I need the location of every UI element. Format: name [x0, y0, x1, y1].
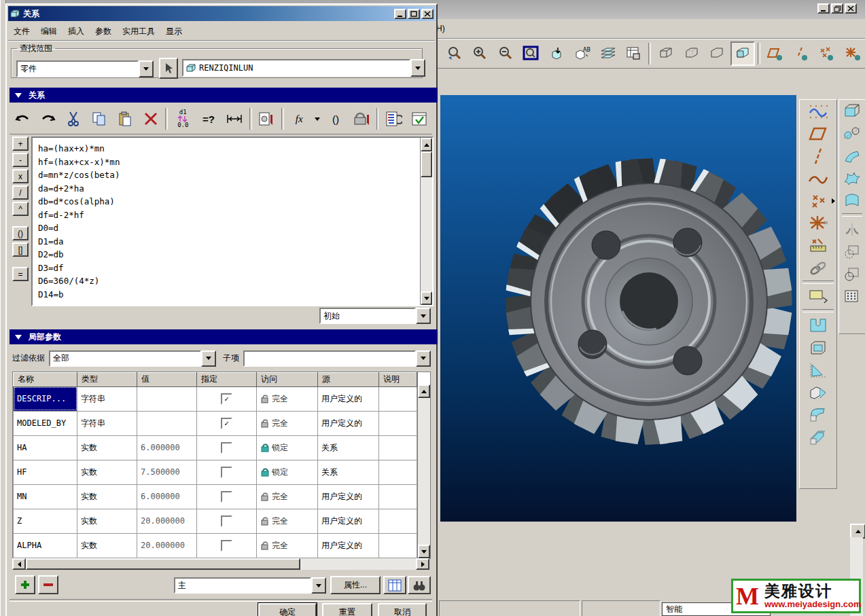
- main-minimize-button[interactable]: [817, 3, 830, 14]
- model-viewport[interactable]: [440, 95, 796, 522]
- initial-state-combo[interactable]: 初始: [319, 308, 431, 324]
- param-name[interactable]: MODELED_BY: [14, 411, 77, 435]
- datum-planes-toggle-icon[interactable]: [763, 41, 788, 66]
- dialog-titlebar[interactable]: 关系: [8, 6, 435, 21]
- scroll-down-button[interactable]: [421, 291, 432, 305]
- paste-button[interactable]: [113, 107, 137, 131]
- param-value[interactable]: 6.000000: [137, 435, 197, 460]
- add-parameter-button[interactable]: [15, 575, 35, 594]
- columns-button[interactable]: [383, 576, 406, 594]
- switch-dimensions-button[interactable]: d1 0.0: [171, 107, 195, 131]
- reset-button[interactable]: 重置: [322, 603, 372, 616]
- designate-checkbox[interactable]: ✓: [221, 418, 232, 429]
- table-hscrollbar[interactable]: [12, 558, 429, 570]
- param-value[interactable]: [137, 411, 197, 435]
- dropdown-arrow-icon[interactable]: [311, 577, 326, 594]
- boundary-blend-tool-icon[interactable]: [839, 167, 865, 189]
- hidden-line-display-icon[interactable]: [679, 41, 704, 66]
- param-name[interactable]: DESCRIP...: [14, 386, 77, 411]
- param-name[interactable]: Z: [14, 509, 77, 533]
- main-restore-button[interactable]: [831, 3, 843, 14]
- operator-power-button[interactable]: ^: [12, 202, 29, 216]
- scroll-down-button[interactable]: [418, 545, 430, 558]
- dialog-close-button[interactable]: [421, 9, 434, 19]
- sort-relations-button[interactable]: [381, 107, 406, 131]
- delete-button[interactable]: [139, 107, 163, 131]
- operator-plus-button[interactable]: +: [12, 137, 29, 151]
- col-designate[interactable]: 指定: [197, 373, 257, 387]
- repaint-icon[interactable]: [544, 41, 569, 66]
- pattern-tool-icon[interactable]: [839, 285, 865, 308]
- dropdown-arrow-icon[interactable]: [416, 308, 431, 324]
- param-value[interactable]: 6.000000: [137, 484, 197, 509]
- scroll-thumb[interactable]: [421, 151, 432, 177]
- datum-axes-toggle-icon[interactable]: [789, 41, 813, 66]
- dropdown-arrow-icon[interactable]: [201, 350, 216, 367]
- dropdown-arrow-icon[interactable]: [410, 59, 425, 77]
- param-value[interactable]: 7.500000: [137, 460, 197, 484]
- sketch-tool-icon[interactable]: [800, 285, 836, 308]
- scrollbar-track[interactable]: [300, 558, 416, 570]
- editor-vscrollbar[interactable]: [420, 138, 432, 305]
- designate-checkbox[interactable]: [221, 442, 232, 454]
- ok-button[interactable]: 确定: [258, 603, 317, 616]
- rib-tool-icon[interactable]: [800, 359, 836, 381]
- table-row[interactable]: MODELED_BY 字符串 ✓ 完全 用户定义的: [14, 411, 417, 435]
- zoom-out-icon[interactable]: [493, 41, 518, 66]
- chamfer-tool-icon[interactable]: [800, 426, 836, 448]
- scroll-thumb[interactable]: [26, 558, 300, 570]
- flyout-arrow-icon[interactable]: [832, 198, 835, 204]
- param-value[interactable]: [137, 386, 197, 411]
- menu-show[interactable]: 显示: [160, 23, 188, 40]
- refit-icon[interactable]: [442, 41, 466, 66]
- scroll-up-button[interactable]: [418, 384, 430, 398]
- scroll-up-button[interactable]: [421, 138, 432, 151]
- dialog-minimize-button[interactable]: [394, 9, 406, 19]
- relations-editor[interactable]: ha=(hax+x)*mn hf=(hax+cx-x)*mn d=mn*z/co…: [33, 138, 420, 305]
- cut-button[interactable]: [61, 107, 86, 131]
- insert-curve-icon[interactable]: [800, 167, 836, 189]
- col-access[interactable]: 访问: [257, 373, 318, 387]
- braces-button[interactable]: (): [323, 107, 348, 131]
- scroll-right-button[interactable]: [416, 558, 429, 570]
- trim-tool-icon[interactable]: [839, 263, 865, 285]
- dropdown-arrow-icon[interactable]: [416, 350, 431, 367]
- menu-parameters[interactable]: 参数: [90, 23, 117, 40]
- designate-checkbox[interactable]: [221, 515, 232, 527]
- round-tool-icon[interactable]: [800, 403, 836, 426]
- datum-points-toggle-icon[interactable]: [815, 41, 839, 66]
- designate-checkbox[interactable]: [221, 467, 232, 478]
- extrude-tool-icon[interactable]: [839, 100, 865, 122]
- scrollbar-track[interactable]: [418, 398, 430, 545]
- no-hidden-display-icon[interactable]: [705, 41, 730, 66]
- datum-point-icon[interactable]: [800, 189, 836, 212]
- col-type[interactable]: 类型: [77, 373, 137, 387]
- datum-csys-icon[interactable]: [800, 212, 836, 234]
- link-icon[interactable]: [800, 257, 836, 279]
- main-close-button[interactable]: [845, 3, 857, 14]
- designate-checkbox[interactable]: ✓: [221, 393, 232, 405]
- local-params-section-header[interactable]: 局部参数: [10, 329, 438, 344]
- param-name[interactable]: HA: [14, 435, 77, 460]
- layers-icon[interactable]: [596, 41, 620, 66]
- sweep-tool-icon[interactable]: [839, 145, 865, 167]
- draft-tool-icon[interactable]: [800, 381, 836, 403]
- scrollbar-track[interactable]: [421, 177, 432, 291]
- datum-csys-toggle-icon[interactable]: [840, 41, 864, 66]
- menu-utilities[interactable]: 实用工具: [117, 23, 160, 40]
- style-tool-icon[interactable]: [839, 189, 865, 212]
- operator-parens-button[interactable]: (): [12, 226, 29, 240]
- merge-tool-icon[interactable]: [839, 240, 865, 263]
- col-name[interactable]: 名称: [14, 373, 77, 387]
- lookin-scope-combo[interactable]: 零件: [16, 60, 154, 77]
- table-row[interactable]: Z 实数 20.000000 完全 用户定义的: [14, 509, 417, 533]
- undo-button[interactable]: [10, 107, 35, 131]
- functions-button[interactable]: fx: [287, 107, 311, 131]
- model-combo[interactable]: RENZIQINLUN: [182, 59, 425, 77]
- operator-multiply-button[interactable]: x: [12, 169, 29, 183]
- insert-from-list-button[interactable]: [255, 107, 279, 131]
- revolve-tool-icon[interactable]: [839, 122, 865, 145]
- shell-tool-icon[interactable]: [800, 336, 836, 359]
- designate-checkbox[interactable]: [221, 540, 232, 551]
- dialog-maximize-button[interactable]: [408, 9, 420, 19]
